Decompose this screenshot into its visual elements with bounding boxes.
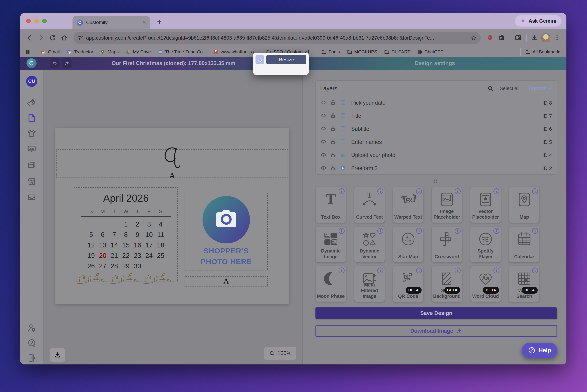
browser-tab[interactable]: C Customily × [72,16,150,29]
layer-visibility-eye-icon[interactable] [321,152,326,158]
layer-visibility-eye-icon[interactable] [321,139,326,146]
import-button[interactable]: Import [529,85,552,92]
info-icon[interactable]: i [377,228,383,234]
sidebar-item-document[interactable] [27,113,36,122]
element-card-calendar[interactable]: iCalendar [509,226,540,262]
info-icon[interactable]: i [416,228,422,234]
account-avatar[interactable]: CU [26,76,37,87]
info-icon[interactable]: i [339,188,345,194]
secondary-letter[interactable]: A [55,171,289,180]
downloads-icon[interactable] [530,33,540,43]
close-tab-icon[interactable]: × [142,19,146,26]
bookmark-item[interactable]: Gmail [41,49,60,54]
layer-unlock-icon[interactable] [330,126,336,132]
element-card-vector-placeholder[interactable]: iVector Placeholder [470,187,501,223]
ask-gemini-button[interactable]: Ask Gemini [515,15,562,26]
close-window-button[interactable] [26,19,31,23]
element-card-text-box[interactable]: TiText Box [315,187,346,223]
element-card-word-cloud[interactable]: AaiWord CloudBETA [470,266,501,302]
element-card-image-placeholder[interactable]: iImage Placeholder [432,187,462,223]
info-icon[interactable]: i [455,228,461,234]
bookmark-item[interactable]: MOCKUPS [347,49,377,54]
info-icon[interactable]: i [493,268,499,274]
layer-row[interactable]: SubtitleID 6 [316,122,557,136]
panel-drag-handle[interactable] [303,179,567,184]
customily-logo[interactable] [26,58,36,68]
all-bookmarks-button[interactable]: All Bookmarks [525,49,562,54]
back-icon[interactable] [25,33,34,43]
site-settings-icon[interactable] [78,35,83,41]
sidebar-item-pages[interactable] [27,160,36,170]
sidebar-item-inbox[interactable] [27,192,36,202]
element-card-moon-phase[interactable]: iMoon Phase [315,266,346,302]
maximize-window-button[interactable] [42,19,47,23]
bookmark-star-icon[interactable] [471,35,477,41]
sidebar-item-store[interactable] [27,176,36,186]
minimize-window-button[interactable] [34,19,39,23]
bookmark-item[interactable]: Fwww.whatfontis.c... [213,49,259,54]
sidebar-item-monitor-art[interactable] [27,144,36,154]
layer-unlock-icon[interactable] [330,100,336,106]
layer-visibility-eye-icon[interactable] [321,165,326,172]
sidebar-item-user-settings[interactable] [27,323,36,333]
save-design-button[interactable]: Save Design [315,308,557,319]
element-card-map[interactable]: iMap [509,187,540,223]
url-text[interactable]: app.customily.com/createProduct1?designI… [86,35,468,41]
strawberry-extension-icon[interactable] [485,33,495,43]
floral-divider-element[interactable] [75,272,174,288]
info-icon[interactable]: i [532,228,538,234]
info-icon[interactable]: i [416,268,422,274]
info-icon[interactable]: i [532,188,538,194]
bookmark-item[interactable]: ChatGPT [417,49,443,54]
bookmark-item[interactable]: GaTraductor [67,49,93,54]
layer-unlock-icon[interactable] [330,139,336,146]
info-icon[interactable]: i [377,268,383,274]
info-icon[interactable]: i [339,268,345,274]
sidebar-item-logout-door[interactable] [27,353,36,363]
element-card-meta-filtered-image[interactable]: iMeta Filtered Image [354,266,385,302]
element-card-qr-code[interactable]: iQR CodeBETA [393,266,424,302]
forward-icon[interactable] [36,33,46,43]
design-paper[interactable]: A April 2026 SMTWTFS 1234567891011121314… [55,128,289,304]
help-button[interactable]: Help [522,343,557,358]
element-card-crossword[interactable]: iCrossword [432,226,462,262]
element-card-solid-background[interactable]: iSolid BackgroundBETA [432,266,462,302]
element-card-word-search[interactable]: iWord SearchBETA [509,266,540,302]
home-icon[interactable] [59,33,69,43]
element-card-dynamic-vector[interactable]: iDynamic Vector [354,226,385,262]
sidebar-item-rocket[interactable] [27,98,36,107]
canvas-download-button[interactable] [50,348,65,362]
layer-visibility-eye-icon[interactable] [321,113,326,119]
apps-grid-icon[interactable] [25,49,30,54]
select-all-button[interactable]: Select all [500,86,520,91]
monogram-script-letter[interactable] [162,144,182,174]
bookmark-item[interactable]: The Time Zone Co... [158,49,206,54]
layer-row[interactable]: Upload your photoID 4 [316,148,557,162]
info-icon[interactable]: i [493,228,499,234]
element-card-warped-text[interactable]: TEXTiWarped Text [393,187,424,223]
menu-kebab-icon[interactable] [552,33,562,43]
element-card-spotify-player[interactable]: iSpotify Player [470,226,501,262]
extensions-puzzle-icon[interactable] [497,33,507,43]
calendar-element[interactable]: April 2026 SMTWTFS 123456789101112131415… [74,187,178,282]
element-card-dynamic-image[interactable]: iDynamic Image [315,226,346,262]
photo-placeholder-element[interactable]: SHOPPER’S PHOTO HERE [185,193,268,270]
layer-unlock-icon[interactable] [330,152,336,158]
layer-row[interactable]: TitleID 7 [316,109,557,122]
bookmark-item[interactable]: My Drive [126,49,151,54]
layer-visibility-eye-icon[interactable] [321,100,326,106]
info-icon[interactable]: i [416,188,422,194]
info-icon[interactable]: i [532,268,538,274]
info-icon[interactable]: i [455,188,461,194]
info-icon[interactable]: i [493,188,499,194]
sidebar-item-help-bubble[interactable] [27,338,36,348]
bookmark-item[interactable]: Maps [100,49,119,54]
url-bar[interactable]: app.customily.com/createProduct1?designI… [73,32,481,44]
layers-search-icon[interactable] [486,84,495,93]
search-tabs-icon[interactable] [513,33,523,43]
layer-visibility-eye-icon[interactable] [321,126,326,132]
new-tab-button[interactable]: + [157,17,162,26]
layer-unlock-icon[interactable] [330,165,336,172]
layer-row[interactable]: Pick your dateID 8 [316,96,557,109]
resize-button[interactable]: Resize [266,55,306,64]
